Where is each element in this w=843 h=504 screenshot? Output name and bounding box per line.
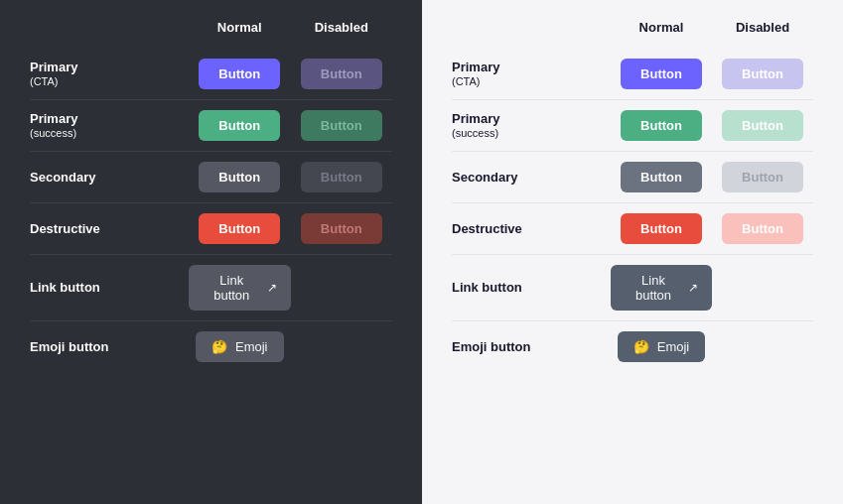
dark-header: Normal Disabled [30,20,392,41]
light-panel: Normal Disabled Primary(CTA) Button Butt… [422,0,843,504]
dark-secondary-row: Secondary Button Button [30,151,392,202]
light-emoji-normal-cell: 🤔 Emoji [611,331,712,362]
dark-secondary-normal-button[interactable]: Button [199,162,280,192]
dark-primary-cta-normal-cell: Button [189,59,291,89]
light-destructive-disabled-cell: Button [712,213,813,244]
light-secondary-row: Secondary Button Button [452,151,813,202]
dark-primary-cta-disabled-cell: Button [291,59,393,89]
light-primary-cta-disabled-cell: Button [712,59,813,89]
dark-primary-cta-normal-button[interactable]: Button [199,59,280,89]
dark-primary-success-normal-button[interactable]: Button [199,110,280,141]
light-primary-cta-normal-cell: Button [611,59,712,89]
dark-primary-success-normal-cell: Button [189,110,291,141]
dark-destructive-label: Destructive [30,221,189,237]
light-primary-success-disabled-cell: Button [712,110,813,141]
light-emoji-text: Emoji [657,339,690,354]
light-destructive-normal-cell: Button [611,213,712,244]
dark-destructive-disabled-cell: Button [291,213,393,244]
dark-emoji-label: Emoji button [30,339,189,355]
external-link-icon: ↗ [267,281,277,295]
light-normal-header: Normal [611,20,712,41]
light-primary-success-normal-cell: Button [611,110,712,141]
light-destructive-label: Destructive [452,221,611,237]
dark-destructive-normal-cell: Button [189,213,291,244]
dark-link-button[interactable]: Link button ↗ [189,265,291,311]
light-emoji-icon: 🤔 [633,339,649,354]
light-primary-success-disabled-button: Button [722,110,803,141]
light-link-label: Link button [452,280,611,296]
light-link-normal-cell: Link button ↗ [611,265,712,311]
dark-primary-cta-disabled-button: Button [301,59,382,89]
dark-primary-cta-label: Primary(CTA) [30,60,189,88]
light-primary-cta-row: Primary(CTA) Button Button [452,49,813,99]
light-primary-success-label: Primary(success) [452,111,611,140]
dark-link-text: Link button [203,273,261,303]
dark-link-normal-cell: Link button ↗ [189,265,291,311]
dark-emoji-row: Emoji button 🤔 Emoji [30,320,392,372]
dark-primary-success-disabled-button: Button [301,110,382,141]
dark-primary-success-row: Primary(success) Button Button [30,99,392,151]
light-primary-cta-label: Primary(CTA) [452,60,611,88]
dark-normal-header: Normal [189,20,291,41]
dark-primary-success-label: Primary(success) [30,111,189,140]
light-secondary-normal-cell: Button [611,162,712,192]
light-primary-cta-disabled-button: Button [722,59,803,89]
light-primary-success-normal-button[interactable]: Button [621,110,702,141]
dark-emoji-button[interactable]: 🤔 Emoji [196,331,284,362]
light-primary-cta-normal-button[interactable]: Button [621,59,702,89]
light-emoji-button[interactable]: 🤔 Emoji [618,331,706,362]
dark-secondary-disabled-button: Button [301,162,382,192]
light-link-row: Link button Link button ↗ [452,254,813,320]
light-secondary-label: Secondary [452,170,611,186]
dark-link-row: Link button Link button ↗ [30,254,392,320]
dark-secondary-normal-cell: Button [189,162,291,192]
light-destructive-normal-button[interactable]: Button [621,213,702,244]
light-secondary-normal-button[interactable]: Button [621,162,702,192]
light-emoji-row: Emoji button 🤔 Emoji [452,320,813,372]
light-secondary-disabled-cell: Button [712,162,813,192]
light-header: Normal Disabled [452,20,813,41]
dark-emoji-normal-cell: 🤔 Emoji [189,331,291,362]
dark-disabled-header: Disabled [291,20,393,41]
dark-secondary-disabled-cell: Button [291,162,393,192]
light-secondary-disabled-button: Button [722,162,803,192]
dark-link-label: Link button [30,280,189,296]
dark-primary-success-disabled-cell: Button [291,110,393,141]
dark-primary-cta-row: Primary(CTA) Button Button [30,49,392,99]
dark-emoji-text: Emoji [235,339,268,354]
light-emoji-label: Emoji button [452,339,611,355]
light-link-text: Link button [625,273,682,303]
dark-destructive-disabled-button: Button [301,213,382,244]
light-primary-success-row: Primary(success) Button Button [452,99,813,151]
dark-destructive-row: Destructive Button Button [30,202,392,254]
dark-panel: Normal Disabled Primary(CTA) Button Butt… [0,0,422,504]
dark-destructive-normal-button[interactable]: Button [199,213,280,244]
emoji-icon: 🤔 [211,339,227,354]
light-link-button[interactable]: Link button ↗ [611,265,712,311]
dark-secondary-label: Secondary [30,170,189,186]
light-destructive-row: Destructive Button Button [452,202,813,254]
light-destructive-disabled-button: Button [722,213,803,244]
light-disabled-header: Disabled [712,20,813,41]
light-external-link-icon: ↗ [688,281,698,295]
